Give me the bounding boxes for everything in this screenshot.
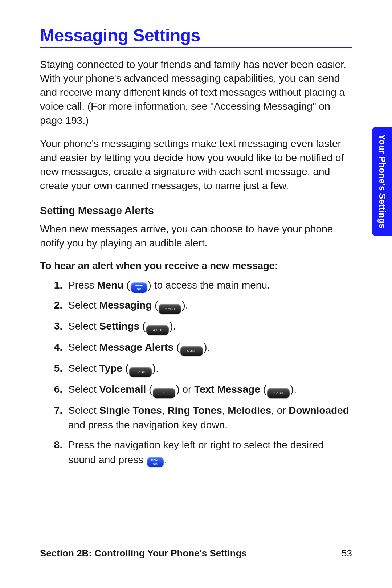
subheading: Setting Message Alerts: [40, 205, 352, 217]
lead-in: To hear an alert when you receive a new …: [40, 260, 352, 271]
side-tab-label: Your Phone's Settings: [377, 134, 387, 229]
subheading-paragraph: When new messages arrive, you can choose…: [40, 222, 352, 250]
step-1: Press Menu (MENUOK) to access the main m…: [65, 278, 352, 293]
step-8: Press the navigation key left or right t…: [65, 438, 352, 467]
step-3: Select Settings (4 GHI).: [65, 319, 352, 335]
key-4-icon: 4 GHI: [146, 325, 169, 335]
step-2: Select Messaging (2 ABC).: [65, 298, 352, 314]
page-title: Messaging Settings: [40, 25, 352, 48]
key-5-icon: 5 JKL: [180, 346, 203, 356]
side-tab: Your Phone's Settings: [372, 127, 392, 236]
footer-section: Section 2B: Controlling Your Phone's Set…: [40, 548, 247, 559]
intro-paragraph-1: Staying connected to your friends and fa…: [40, 57, 352, 127]
page-footer: Section 2B: Controlling Your Phone's Set…: [40, 548, 352, 559]
key-1-icon: 1: [153, 388, 175, 398]
footer-page-number: 53: [342, 548, 352, 559]
key-2-icon: 2 ABC: [267, 388, 290, 398]
manual-page: Messaging Settings Staying connected to …: [0, 0, 392, 588]
step-7: Select Single Tones, Ring Tones, Melodie…: [65, 403, 352, 433]
step-6: Select Voicemail (1) or Text Message (2 …: [65, 382, 352, 398]
key-2-icon: 2 ABC: [159, 304, 181, 314]
key-2-icon: 2 ABC: [129, 367, 152, 377]
step-4: Select Message Alerts (5 JKL).: [65, 340, 352, 356]
steps-list: Press Menu (MENUOK) to access the main m…: [40, 278, 352, 467]
menu-ok-key-icon: MENUOK: [147, 457, 164, 467]
menu-ok-key-icon: MENUOK: [131, 282, 147, 293]
step-5: Select Type (2 ABC).: [65, 361, 352, 377]
intro-paragraph-2: Your phone's messaging settings make tex…: [40, 136, 352, 192]
